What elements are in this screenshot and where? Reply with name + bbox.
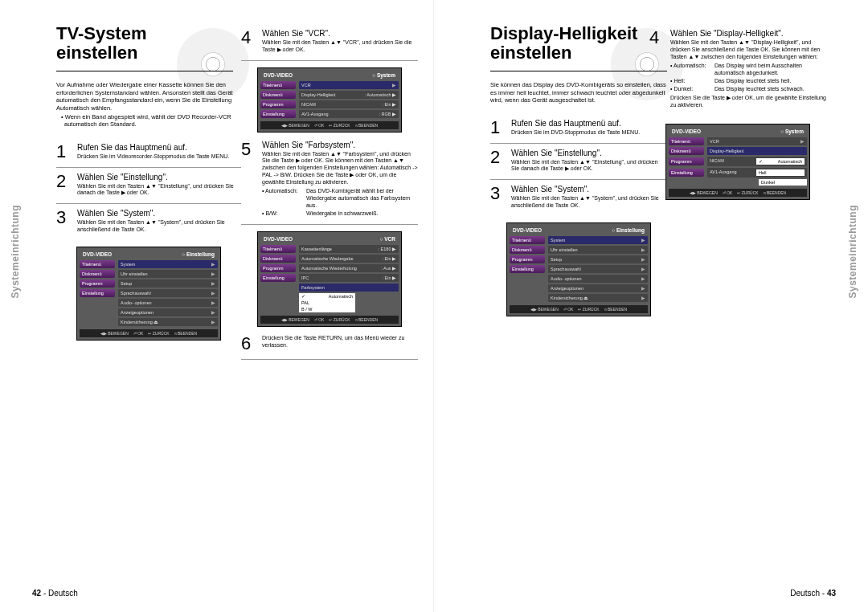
osd-item: Farbsystem (299, 284, 399, 292)
osd-item: System▶ (548, 236, 648, 244)
osd-tab: Titelmenü (80, 260, 115, 268)
osd-item: Sprachauswahl▶ (118, 289, 218, 297)
step-title: Wählen Sie "Display-Helligkeit". (670, 29, 826, 38)
osd-item: Sprachauswahl▶ (548, 265, 648, 273)
step-title: Wählen Sie "Einstellung". (511, 149, 667, 157)
step-desc: Wählen Sie mit den Tasten ▲▼ "VCR", und … (262, 39, 418, 54)
step-number: 3 (490, 185, 505, 210)
step-4: 4 Wählen Sie "VCR". Wählen Sie mit den T… (241, 24, 418, 61)
osd-item: Audio- optionen▶ (118, 299, 218, 307)
step-3: 3 Wählen Sie "System". Wählen Sie mit de… (490, 180, 667, 216)
osd-sub: Automatisch (756, 158, 805, 165)
page-title: Display-Helligkeit einstellen (490, 24, 667, 63)
step-title: Wählen Sie "Farbsystem". (262, 141, 418, 149)
step-title: Wählen Sie "System". (511, 185, 667, 194)
step-6: 6 Drücken Sie die Taste RETURN, um das M… (241, 330, 418, 360)
osd-item: Kindersicherung ⏏▶ (548, 294, 648, 302)
step-2: 2 Wählen Sie "Einstellung". Wählen Sie m… (56, 168, 241, 205)
osd-item: Kassettenlänge: E180 ▶ (299, 245, 399, 253)
step-number: 4 (241, 29, 256, 54)
osd-tab: Einstellung (260, 274, 296, 282)
step-desc: Wählen Sie mit den Tasten ▲▼ "Einstellun… (511, 159, 667, 173)
osd-sub: PAL (299, 300, 355, 306)
step-desc: Wählen Sie mit den Tasten ▲▼ "System", u… (77, 219, 241, 234)
osd-footer: ◀▶ BEWEGEN⏎ OK↩ ZURÜCK⎋ BEENDEN (260, 121, 399, 129)
title-line1: TV-System (56, 23, 147, 43)
osd-tab: Einstellung (669, 169, 704, 177)
osd-item: Display-Helligkeit: Automatisch ▶ (299, 91, 399, 99)
step-1: 1 Rufen Sie das Hauptmenü auf. Drücken S… (56, 138, 241, 168)
step-3: 3 Wählen Sie "System". Wählen Sie mit de… (56, 204, 241, 240)
intro-bullet: • Wenn ein Band abgespielt wird, wählt d… (61, 113, 233, 129)
osd-item: VCR▶ (707, 137, 807, 145)
page-43: Systemeinrichtung Display-Helligkeit ein… (434, 0, 868, 612)
osd-header-right: ○ VCR (380, 236, 395, 242)
osd-item: IPC: Ein ▶ (299, 274, 399, 282)
osd-system: DVD-VIDEO○ System TitelmenüVCR▶ Diskmenü… (257, 67, 402, 133)
page-42: Systemeinrichtung TV-System einstellen V… (0, 0, 434, 612)
osd-header-left: DVD-VIDEO (264, 72, 293, 78)
step-number: 1 (490, 119, 505, 137)
step-number: 2 (56, 173, 71, 198)
side-tab: Systemeinrichtung (847, 205, 858, 299)
osd-item: Kindersicherung ⏏▶ (118, 318, 218, 326)
osd-tab: Titelmenü (510, 236, 545, 244)
osd-header-left: DVD-VIDEO (672, 129, 701, 134)
step-title: Wählen Sie "Einstellung". (77, 173, 241, 182)
osd-item: AV1-Ausgang: RGB ▶ (299, 110, 399, 118)
title-line2: einstellen (56, 43, 137, 63)
osd-header-left: DVD-VIDEO (83, 251, 112, 257)
osd-item: Automatische Wiedergabe: Ein ▶ (299, 255, 399, 263)
osd-footer: ◀▶ BEWEGEN⏎ OK↩ ZURÜCK⎋ BEENDEN (510, 305, 648, 313)
step-desc: Drücken Sie im DVD-Stoppmodus die Taste … (511, 129, 667, 137)
osd-item: Display-Helligkeit (707, 147, 807, 155)
left-column: 1 Rufen Sie das Hauptmenü auf. Drücken S… (56, 138, 241, 344)
osd-tab: Diskmenü (669, 147, 704, 155)
step-5: 5 Wählen Sie "Farbsystem". Wählen Sie mi… (241, 136, 418, 226)
page-footer: 42 - Deutsch (32, 589, 78, 598)
osd-tab: Einstellung (260, 110, 296, 118)
osd-tab: Diskmenü (260, 91, 296, 99)
step-number: 3 (56, 209, 71, 234)
page-footer: Deutsch - 43 (790, 589, 836, 598)
step-1: 1 Rufen Sie das Hauptmenü auf. Drücken S… (490, 114, 667, 144)
step-title: Rufen Sie das Hauptmenü auf. (511, 119, 667, 128)
osd-tab: Programm (669, 157, 704, 165)
osd-item: NICAM Automatisch (707, 157, 807, 166)
osd-tab: Diskmenü (260, 255, 296, 263)
intro-text: Sie können das Display des DVD-Kombigerä… (490, 81, 667, 104)
right-column: 4 Wählen Sie "VCR". Wählen Sie mit den T… (241, 24, 418, 360)
osd-header-right: ○ Einstellung (612, 227, 645, 233)
osd-sub: Hell (756, 169, 805, 176)
osd-tab: Einstellung (80, 289, 115, 297)
osd-item: AV1-Ausgang Hell (707, 168, 807, 177)
step-title: Rufen Sie das Hauptmenü auf. (77, 143, 241, 152)
osd-item: Uhr einstellen▶ (548, 246, 648, 254)
page-title: TV-System einstellen (56, 24, 233, 63)
osd-item: Uhr einstellen▶ (118, 270, 218, 278)
step-title: Wählen Sie "VCR". (262, 29, 418, 38)
osd-item: Anzeigeoptionen▶ (548, 284, 648, 292)
step-number: 5 (241, 141, 256, 218)
osd-sub: B / W (299, 306, 355, 312)
osd-header-right: ○ Einstellung (182, 251, 215, 257)
osd-item: System▶ (118, 260, 218, 268)
osd-sub: Dunkel (759, 179, 807, 186)
step-desc: Drücken Sie die Taste RETURN, um das Men… (262, 335, 418, 349)
page-title-block: TV-System einstellen (56, 24, 233, 71)
title-line2: einstellen (490, 43, 571, 63)
osd-footer: ◀▶ BEWEGEN⏎ OK↩ ZURÜCK⎋ BEENDEN (260, 316, 399, 324)
step-number: 2 (490, 149, 505, 173)
intro-paragraph: Vor Aufnahme oder Wiedergabe einer Kasse… (56, 81, 233, 111)
intro-paragraph: Sie können das Display des DVD-Kombigerä… (490, 81, 666, 104)
osd-item: Setup▶ (548, 255, 648, 263)
osd-header-right: ○ System (372, 72, 395, 78)
osd-footer: ◀▶ BEWEGEN⏎ OK↩ ZURÜCK⎋ BEENDEN (80, 329, 218, 337)
osd-item: NICAM: Ein ▶ (299, 100, 399, 108)
osd-tab: Titelmenü (669, 137, 704, 145)
page-lang: Deutsch (790, 589, 820, 598)
step-desc: Wählen Sie mit den Tasten ▲▼ "Farbsystem… (262, 151, 418, 218)
step-number: 1 (56, 143, 71, 161)
step-4: 4 Wählen Sie "Display-Helligkeit". Wähle… (649, 24, 826, 116)
step-desc: Wählen Sie mit den Tasten ▲▼ "System", u… (511, 195, 667, 210)
